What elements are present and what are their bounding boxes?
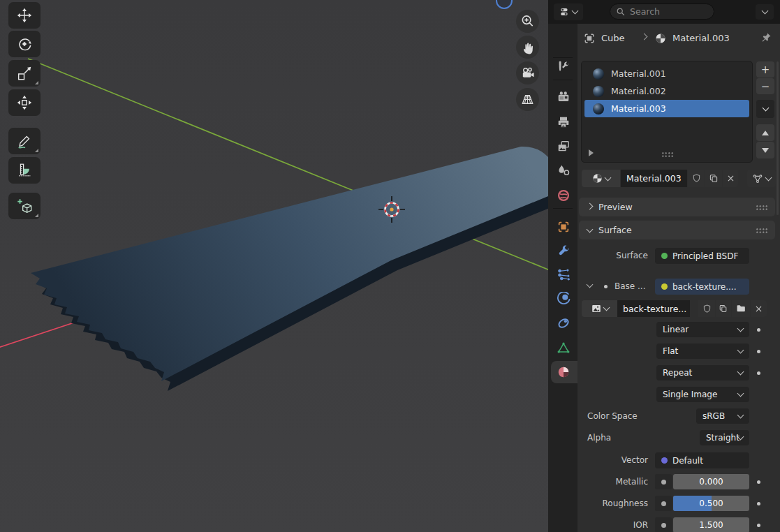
move-tool-button[interactable] (8, 2, 41, 29)
tab-object-data[interactable] (554, 339, 573, 357)
tab-output[interactable] (554, 113, 573, 131)
material-slot-row[interactable]: Material.001 (584, 65, 749, 82)
decorator-dot[interactable] (757, 328, 760, 332)
material-preview-sphere-icon (593, 86, 604, 97)
search-input[interactable] (630, 6, 700, 17)
image-datablock-menu[interactable] (582, 300, 617, 317)
output-printer-icon (557, 115, 571, 129)
material-sphere-icon (591, 172, 603, 184)
move-slot-up-button[interactable] (756, 124, 774, 141)
list-resize-grip[interactable] (661, 152, 674, 157)
decorator-dot[interactable] (757, 480, 760, 484)
decorator-dot[interactable] (757, 524, 760, 527)
material-slot-name: Material.003 (611, 103, 666, 114)
vector-button[interactable]: Default (655, 452, 749, 468)
panel-scrollbar[interactable] (777, 61, 779, 215)
roughness-slider[interactable]: 0.500 (673, 496, 749, 511)
metallic-slider[interactable]: 0.000 (673, 474, 749, 489)
tab-constraints[interactable] (554, 314, 573, 332)
breadcrumb-object[interactable]: Cube (601, 33, 625, 43)
pin-icon[interactable] (760, 31, 772, 44)
ior-slider[interactable]: 1.500 (673, 517, 749, 532)
material-datablock-menu[interactable] (582, 170, 620, 187)
transform-tool-button[interactable] (8, 89, 41, 116)
list-expand-icon[interactable] (589, 149, 597, 156)
tab-modifiers[interactable] (554, 242, 573, 260)
projection-dropdown[interactable]: Flat (656, 343, 749, 359)
tab-scene[interactable] (554, 161, 573, 179)
tab-physics[interactable] (554, 290, 573, 308)
metallic-socket-button[interactable] (655, 474, 672, 489)
panel-drag-grip[interactable] (756, 228, 768, 233)
open-image-button[interactable] (732, 300, 750, 317)
surface-panel-header[interactable]: Surface (579, 221, 775, 239)
header-menu-button[interactable] (756, 4, 774, 20)
interpolation-value: Linear (663, 325, 689, 334)
extension-dropdown[interactable]: Repeat (656, 365, 749, 380)
tab-tool[interactable] (554, 57, 573, 75)
annotate-tool-button[interactable] (8, 128, 41, 154)
object-breadcrumb-icon (583, 32, 596, 45)
base-color-socket-dot[interactable] (604, 285, 608, 288)
measure-tool-button[interactable] (8, 157, 41, 184)
annotate-icon (16, 133, 33, 149)
roughness-socket-button[interactable] (655, 496, 672, 511)
base-color-texture-button[interactable]: back-texture.... (655, 279, 749, 295)
perspective-toggle-button[interactable] (516, 88, 539, 111)
chevron-down-icon[interactable] (587, 281, 594, 288)
pan-view-button[interactable] (516, 36, 539, 59)
decorator-dot[interactable] (757, 350, 760, 353)
ior-label: IOR (587, 517, 648, 532)
material-slot-row-selected[interactable]: Material.003 (584, 100, 749, 117)
tab-world[interactable] (554, 186, 573, 205)
material-preview-sphere-icon (593, 68, 604, 80)
zoom-view-button[interactable] (516, 10, 539, 33)
tab-material[interactable] (554, 363, 573, 381)
vector-socket-icon (661, 457, 668, 464)
scale-tool-button[interactable] (8, 60, 41, 87)
material-name-field[interactable]: Material.003 (621, 170, 687, 187)
decorator-dot[interactable] (757, 371, 760, 375)
slot-specials-button[interactable] (756, 100, 774, 118)
alpha-dropdown[interactable]: Straight (700, 430, 749, 445)
new-material-button[interactable] (705, 170, 722, 187)
viewport-3d[interactable] (0, 0, 548, 532)
image-fake-user-button[interactable] (698, 300, 715, 317)
panel-drag-grip[interactable] (756, 205, 768, 210)
move-slot-down-button[interactable] (756, 142, 774, 158)
preview-panel-header[interactable]: Preview (579, 198, 775, 216)
chevron-down-icon (737, 325, 744, 332)
new-image-button[interactable] (716, 300, 731, 317)
fake-user-button[interactable] (688, 170, 705, 187)
shield-icon (691, 173, 702, 184)
camera-view-button[interactable] (516, 61, 539, 84)
surface-shader-button[interactable]: Principled BSDF (655, 248, 749, 264)
tab-view-layer[interactable] (554, 138, 573, 156)
search-box[interactable] (610, 3, 714, 20)
unlink-image-button[interactable] (751, 300, 767, 317)
breadcrumb-material[interactable]: Material.003 (672, 33, 730, 43)
tab-particles[interactable] (554, 265, 573, 283)
color-space-value: sRGB (702, 411, 725, 421)
ior-socket-button[interactable] (655, 517, 672, 532)
navigation-gizmo[interactable] (496, 0, 512, 8)
add-cube-tool-button[interactable] (8, 193, 41, 219)
add-slot-button[interactable]: + (756, 61, 774, 77)
triangle-up-icon (762, 127, 769, 135)
source-dropdown[interactable]: Single Image (656, 387, 749, 402)
unlink-material-button[interactable] (723, 170, 738, 187)
decorator-dot[interactable] (757, 502, 760, 505)
rotate-tool-button[interactable] (8, 31, 41, 57)
tab-render[interactable] (554, 88, 573, 106)
material-slot-row[interactable]: Material.002 (584, 82, 749, 100)
node-tree-menu-button[interactable] (747, 170, 776, 187)
image-name: back-texture... (623, 304, 686, 314)
search-icon (616, 7, 626, 17)
editor-type-button[interactable] (554, 3, 583, 20)
color-space-dropdown[interactable]: sRGB (696, 408, 749, 424)
interpolation-dropdown[interactable]: Linear (656, 322, 749, 337)
tab-object[interactable] (554, 218, 573, 236)
projection-value: Flat (663, 346, 678, 356)
remove-slot-button[interactable]: − (756, 78, 774, 94)
image-name-field[interactable]: back-texture... (617, 300, 690, 317)
